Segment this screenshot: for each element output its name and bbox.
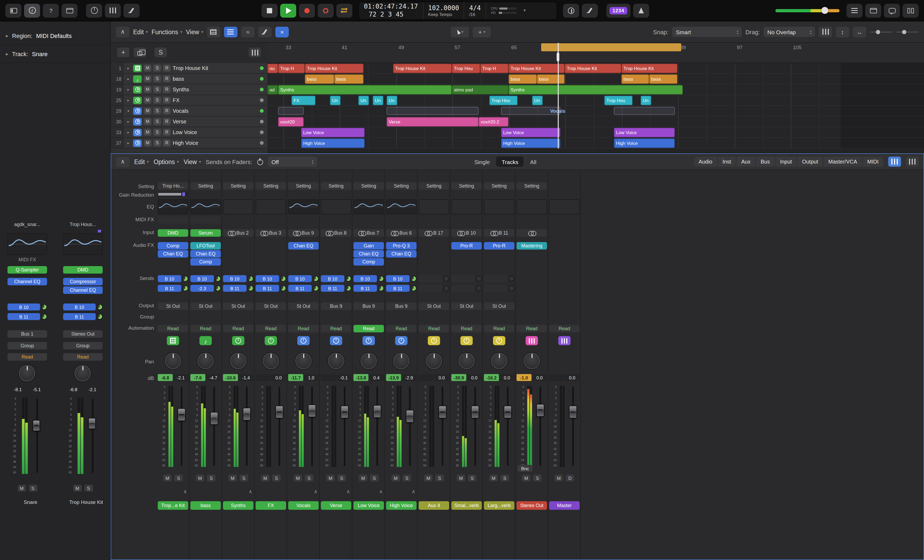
filter-aux[interactable]: Aux	[736, 157, 756, 167]
eq-thumbnail[interactable]	[223, 199, 254, 214]
send-level-knob[interactable]	[182, 276, 188, 281]
audio-output-button[interactable]	[903, 3, 919, 17]
eq-thumbnail[interactable]	[158, 199, 188, 214]
send-slot[interactable]: B 10	[223, 275, 254, 283]
track-mute-button[interactable]: M	[144, 75, 152, 82]
volume-fader[interactable]	[243, 408, 251, 421]
send-slot[interactable]	[451, 284, 482, 292]
output-slot[interactable]: St Out	[158, 302, 188, 310]
output-slot[interactable]: St Out	[484, 302, 514, 310]
power-icon[interactable]	[257, 159, 263, 165]
input-slot[interactable]: B 17	[418, 229, 449, 237]
eq-thumbnail[interactable]	[386, 199, 417, 214]
track-inspector-header[interactable]: ▸ Track: Snare	[0, 45, 110, 63]
channel-setting-label[interactable]: Trop Hous...	[63, 222, 103, 228]
audio-fx-slot[interactable]: Pro-Q 3	[386, 242, 417, 250]
channel-setting-button[interactable]: Trop Ho...	[158, 182, 188, 190]
send-level-knob[interactable]	[313, 276, 319, 281]
send-level-knob[interactable]	[345, 285, 351, 291]
audio-fx-slot[interactable]: Comp	[190, 258, 221, 266]
channel-setting-button[interactable]: Setting	[386, 182, 417, 190]
automation-mode-button[interactable]: Read	[63, 353, 103, 361]
send-level-knob[interactable]	[345, 276, 351, 281]
disclosure-triangle-icon[interactable]: ▸	[126, 77, 131, 81]
play-button[interactable]	[280, 3, 297, 17]
volume-thumb[interactable]	[822, 7, 828, 13]
quick-help-button[interactable]: ?	[43, 3, 59, 17]
channel-setting-label[interactable]: agdk_snar...	[8, 222, 47, 228]
automation-mode-button[interactable]: Read	[256, 325, 286, 332]
track-header[interactable]: 29▾MSRVocals	[111, 106, 267, 117]
region[interactable]: Un	[532, 96, 543, 105]
collapse-arrow[interactable]: ∧	[183, 489, 187, 494]
hide-toolbar-button[interactable]: ∧	[116, 27, 129, 37]
send-slot[interactable]: B 11	[158, 284, 188, 292]
channel-name[interactable]: Stereo Out	[516, 501, 547, 510]
send-slot[interactable]: B 10	[386, 275, 417, 283]
track-header[interactable]: 37▸MSRHigh Voice	[111, 138, 267, 148]
track-mute-button[interactable]: M	[144, 129, 152, 136]
region[interactable]: High Voice	[614, 138, 675, 148]
notes-button[interactable]	[884, 3, 900, 17]
volume-fader[interactable]	[438, 406, 447, 419]
automation-mode-button[interactable]: Read	[451, 325, 482, 332]
input-slot[interactable]: Bus 9	[288, 229, 319, 237]
track-header[interactable]: 30▸MSRVerse	[111, 117, 267, 127]
mute-button[interactable]: M	[392, 475, 400, 481]
region[interactable]: Trop House Kit	[565, 64, 621, 73]
automation-mode-button[interactable]: Read	[321, 325, 351, 332]
audio-fx-slot[interactable]: Chan EQ	[288, 242, 319, 250]
track-view-options-button[interactable]	[249, 48, 261, 57]
disclosure-triangle-icon[interactable]: ▾	[126, 109, 131, 113]
mute-button[interactable]: M	[17, 485, 26, 492]
send-slot[interactable]: B 10	[190, 275, 221, 283]
automation-mode-button[interactable]: Read	[288, 325, 319, 332]
vertical-zoom-slider[interactable]	[870, 28, 892, 36]
track-solo-button[interactable]: S	[153, 139, 161, 147]
region[interactable]: FX	[291, 96, 315, 105]
channel-name[interactable]: Trop...e Kit	[158, 501, 188, 510]
output-slot[interactable]: St Out	[190, 302, 221, 310]
eq-thumbnail[interactable]	[190, 199, 221, 214]
track-solo-button[interactable]: S	[153, 97, 161, 104]
functions-menu[interactable]: Functions▾	[152, 28, 182, 35]
region[interactable]: Trop House Kit	[621, 64, 678, 73]
channel-name[interactable]: Larg...verb	[484, 501, 514, 510]
region[interactable]: Verse	[387, 117, 478, 127]
track-solo-button[interactable]: S	[153, 64, 161, 72]
solo-button[interactable]: S	[240, 475, 248, 481]
channel-setting-button[interactable]: Setting	[288, 182, 319, 190]
region[interactable]: Synths	[278, 85, 452, 94]
automation-mode-button[interactable]: Read	[354, 325, 384, 332]
channel-setting-button[interactable]: Setting	[484, 182, 514, 190]
region[interactable]: ou	[267, 64, 278, 73]
volume-fader[interactable]	[569, 406, 577, 419]
vertical-zoom-button[interactable]: ↕	[836, 27, 849, 37]
region[interactable]: vox#20	[278, 117, 304, 127]
send-slot[interactable]	[418, 284, 449, 292]
audio-fx-slot[interactable]: Chan EQ	[354, 250, 384, 258]
audio-fx-slot[interactable]: Chan EQ	[158, 250, 188, 258]
region[interactable]: Synths	[508, 85, 683, 94]
send-level-knob[interactable]	[97, 314, 103, 319]
automation-mode-button[interactable]: Read	[516, 325, 547, 332]
mute-button[interactable]: M	[73, 485, 81, 492]
region[interactable]: Un	[373, 96, 383, 105]
disclosure-triangle-icon[interactable]: ▸	[126, 130, 131, 135]
browsers-button[interactable]	[865, 3, 881, 17]
automation-mode-button[interactable]: Read	[158, 325, 188, 332]
mute-button[interactable]: M	[489, 475, 498, 481]
output-slot[interactable]: Bus 9	[386, 302, 417, 310]
track-record-button[interactable]: R	[163, 129, 171, 136]
input-slot[interactable]: B 10	[451, 229, 482, 237]
audio-fx-slot[interactable]: Compressor	[63, 278, 103, 285]
mixer-toggle-button[interactable]	[105, 3, 121, 17]
output-slot[interactable]: Bus 9	[321, 302, 351, 310]
inspector-button[interactable]: i	[24, 3, 40, 17]
automation-mode-button[interactable]: Read	[8, 353, 47, 361]
eq-thumbnail[interactable]	[516, 199, 547, 214]
snap-select[interactable]: Smart▴▾	[672, 27, 742, 37]
region[interactable]: Un	[387, 96, 397, 105]
sends-mode-select[interactable]: Off▴▾	[268, 157, 317, 167]
send-slot[interactable]: B 11	[288, 284, 319, 292]
